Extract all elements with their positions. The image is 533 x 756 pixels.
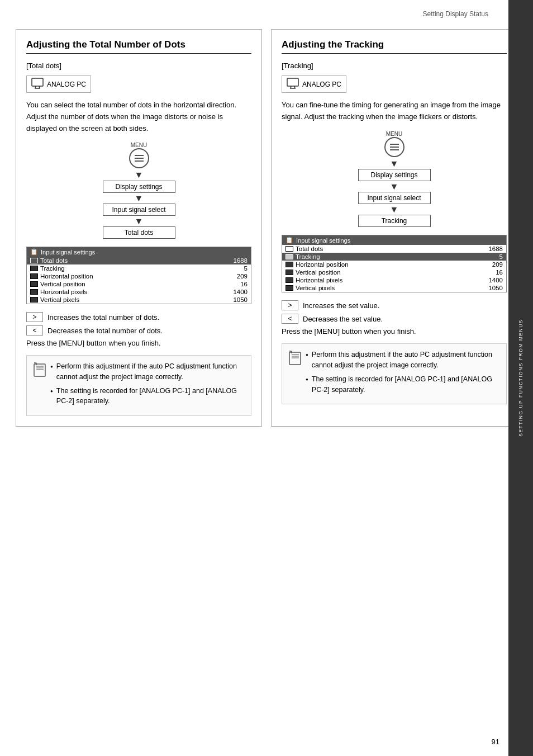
right-row-5-value: 1050 <box>488 285 503 291</box>
right-row-2-icon <box>285 262 293 267</box>
left-signal-header-icon: 📋 <box>30 248 38 256</box>
left-step-1-label: Display settings <box>115 183 162 191</box>
left-section: Adjusting the Total Number of Dots [Tota… <box>16 29 262 427</box>
left-row-0-label: Total dots <box>30 257 68 264</box>
right-signal-header: 📋 Input signal settings <box>282 235 506 245</box>
header-text: Setting Display Status <box>423 10 488 18</box>
left-increase-desc: Increases the total number of dots. <box>47 313 159 322</box>
left-note-icon <box>34 362 46 379</box>
right-flow-step-1: Display settings <box>358 169 431 181</box>
right-decrease-desc: Decreases the set value. <box>303 315 383 323</box>
left-increase-symbol: > <box>26 312 43 322</box>
svg-rect-14 <box>289 352 301 365</box>
left-signal-row-0: Total dots 1688 <box>27 257 251 264</box>
left-row-1-value: 5 <box>244 265 248 272</box>
left-signal-row-1: Tracking 5 <box>27 264 251 272</box>
right-row-4-value: 1400 <box>488 277 503 284</box>
right-note-item-0: Perform this adjustment if the auto PC a… <box>306 349 499 371</box>
right-signal-row-4: Horizontal pixels 1400 <box>282 276 506 284</box>
right-note-box: Perform this adjustment if the auto PC a… <box>282 343 507 404</box>
page-header: Setting Display Status <box>0 0 533 23</box>
right-badge-label: ANALOG PC <box>302 81 341 88</box>
left-row-5-label: Vertical pixels <box>30 296 79 303</box>
menu-line-1 <box>135 155 144 156</box>
right-flow-step-2: Input signal select <box>358 192 431 204</box>
right-flow-step-3: Tracking <box>358 215 431 227</box>
right-note-item-1: The setting is recorded for [ANALOG PC-1… <box>306 374 499 395</box>
right-row-0-icon <box>285 246 293 252</box>
left-analog-pc-badge: ANALOG PC <box>26 75 91 93</box>
right-subtitle: [Tracking] <box>282 62 507 70</box>
left-row-0-icon <box>30 258 38 263</box>
left-row-5-icon <box>30 297 38 303</box>
left-menu-lines <box>135 155 144 162</box>
left-flow-step-3: Total dots <box>103 226 175 239</box>
page-number: 91 <box>492 738 499 746</box>
left-row-2-label: Horizontal position <box>30 273 93 280</box>
left-badge-label: ANALOG PC <box>47 81 86 88</box>
right-row-4-icon <box>285 277 293 283</box>
left-signal-row-2: Horizontal position 209 <box>27 272 251 280</box>
left-flow-step-2: Input signal select <box>103 204 175 216</box>
left-step-2-label: Input signal select <box>112 206 165 214</box>
right-signal-settings: 📋 Input signal settings Total dots 1688 … <box>282 235 507 292</box>
left-signal-settings: 📋 Input signal settings Total dots 1688 … <box>26 247 251 304</box>
right-row-4-label: Horizontal pixels <box>285 277 342 284</box>
left-step-3-label: Total dots <box>125 229 153 237</box>
right-description: You can fine-tune the timing for generat… <box>282 100 507 123</box>
right-signal-row-1: Tracking 5 <box>282 253 506 261</box>
left-flow-step-1: Display settings <box>103 181 175 193</box>
side-tab-strip: SETTING UP FUNCTIONS FROM MENUS <box>508 0 533 756</box>
right-row-3-icon <box>285 270 293 275</box>
left-signal-header-label: Input signal settings <box>41 249 95 256</box>
svg-rect-10 <box>287 78 298 86</box>
left-row-4-value: 1400 <box>233 289 248 295</box>
right-decrease-symbol: < <box>282 314 298 324</box>
side-tab-text: SETTING UP FUNCTIONS FROM MENUS <box>518 319 524 437</box>
left-menu-icon: MENU <box>129 142 149 168</box>
right-signal-header-icon: 📋 <box>285 237 293 244</box>
left-row-0-value: 1688 <box>233 257 248 264</box>
left-signal-row-5: Vertical pixels 1050 <box>27 296 251 304</box>
left-arrow-1: ▼ <box>135 169 144 180</box>
left-row-1-label: Tracking <box>30 265 65 272</box>
right-note-icon <box>289 351 301 367</box>
left-note-box: Perform this adjustment if the auto PC a… <box>26 355 251 416</box>
right-menu-lines <box>390 144 399 150</box>
left-note-item-0: Perform this adjustment if the auto PC a… <box>50 361 244 382</box>
right-row-1-label: Tracking <box>285 253 320 260</box>
left-signal-header: 📋 Input signal settings <box>27 247 251 257</box>
left-menu-label: MENU <box>131 142 147 148</box>
right-monitor-icon <box>287 78 299 91</box>
right-row-1-value: 5 <box>499 253 503 260</box>
right-signal-header-label: Input signal settings <box>296 237 350 244</box>
right-menu-line-3 <box>390 149 399 150</box>
right-row-3-value: 16 <box>496 269 503 276</box>
right-row-3-label: Vertical position <box>285 269 341 276</box>
right-row-2-value: 209 <box>492 261 503 268</box>
right-press-menu: Press the [MENU] button when you finish. <box>282 327 507 336</box>
right-title: Adjusting the Tracking <box>282 39 507 51</box>
left-description: You can select the total number of dots … <box>26 100 251 134</box>
left-row-3-label: Vertical position <box>30 281 85 287</box>
right-menu-label: MENU <box>386 131 402 137</box>
left-flow-diagram: MENU ▼ Display settings ▼ Input signal s… <box>26 142 251 239</box>
left-row-2-value: 209 <box>237 273 248 280</box>
left-btn-increase: > Increases the total number of dots. <box>26 312 251 322</box>
left-menu-circle <box>129 148 149 168</box>
left-note-bullets: Perform this adjustment if the auto PC a… <box>50 361 244 410</box>
left-arrow-3: ▼ <box>135 216 144 226</box>
svg-rect-0 <box>32 78 43 86</box>
right-menu-circle <box>384 137 404 157</box>
right-increase-desc: Increases the set value. <box>303 301 379 310</box>
right-flow-diagram: MENU ▼ Display settings ▼ Input signal s… <box>282 131 507 228</box>
right-analog-pc-badge: ANALOG PC <box>282 75 346 93</box>
left-row-5-value: 1050 <box>233 296 248 303</box>
right-arrow-2: ▼ <box>390 181 399 192</box>
svg-rect-4 <box>34 364 45 376</box>
left-row-2-icon <box>30 273 38 279</box>
right-arrow-1: ▼ <box>390 158 399 169</box>
right-row-1-icon <box>285 254 293 259</box>
left-btn-decrease: < Decreases the total number of dots. <box>26 325 251 336</box>
right-note-bullets: Perform this adjustment if the auto PC a… <box>306 349 499 398</box>
